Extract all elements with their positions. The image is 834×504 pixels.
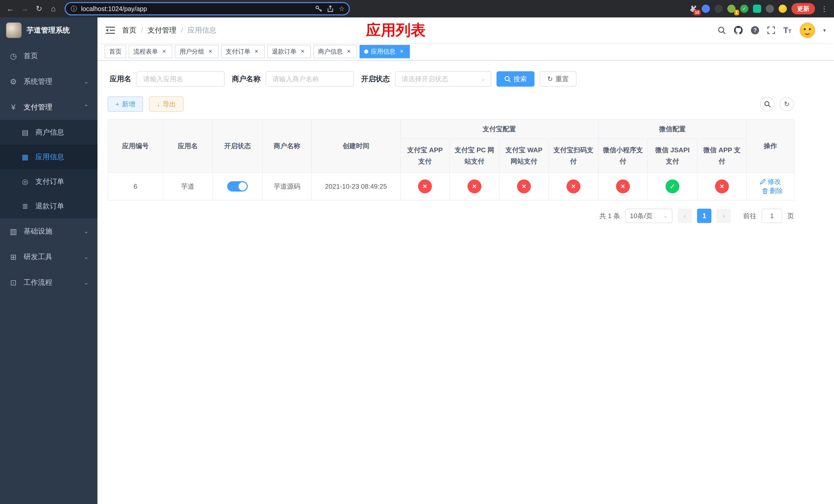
cell-created: 2021-10-23 08:49:25: [312, 173, 400, 200]
close-icon[interactable]: ×: [345, 48, 352, 55]
tab-refund-order[interactable]: 退款订单 ×: [267, 45, 311, 58]
tab-label: 用户分组: [179, 47, 204, 55]
sidebar-item-label: 应用信息: [36, 152, 64, 162]
delete-button[interactable]: 删除: [762, 186, 783, 196]
sidebar-item-home[interactable]: ◷ 首页: [0, 43, 97, 69]
help-icon[interactable]: ?: [751, 26, 759, 35]
reload-icon[interactable]: ↻: [34, 5, 44, 13]
extension-icon[interactable]: [702, 5, 710, 13]
order-icon: ◎: [21, 177, 30, 186]
status-alipay-wap: ×: [517, 180, 531, 193]
extension-icon[interactable]: [766, 5, 774, 13]
share-icon[interactable]: [327, 5, 334, 12]
breadcrumb-section[interactable]: 支付管理: [148, 25, 176, 35]
search-icon: [504, 76, 511, 82]
page-size-select[interactable]: 10条/页 ⌄: [625, 209, 673, 223]
sidebar-item-dev-tools[interactable]: ⊞ 研发工具 ⌄: [0, 244, 97, 270]
github-icon[interactable]: [734, 26, 743, 35]
extension-icon[interactable]: [715, 5, 723, 13]
sidebar-item-payment[interactable]: ¥ 支付管理 ⌃: [0, 94, 97, 120]
close-icon[interactable]: ×: [253, 48, 260, 55]
app-logo[interactable]: 芋道管理系统: [0, 18, 97, 43]
extension-icon[interactable]: ✓: [740, 5, 748, 13]
breadcrumb-separator: /: [141, 26, 143, 35]
extensions-puzzle-icon[interactable]: 10: [689, 5, 697, 13]
sidebar-toggle-icon[interactable]: [106, 26, 115, 35]
status-select[interactable]: 请选择开启状态 ⌄: [395, 71, 491, 87]
back-icon[interactable]: ←: [5, 5, 15, 13]
url-bar[interactable]: ⓘ localhost:1024/pay/app ☆: [65, 2, 350, 15]
extension-icon[interactable]: 1: [727, 5, 736, 13]
sidebar-item-app-info[interactable]: ▦ 应用信息: [0, 144, 97, 169]
sidebar-item-infra[interactable]: ▥ 基础设施 ⌄: [0, 219, 97, 244]
status-alipay-pc: ×: [467, 180, 481, 193]
add-button[interactable]: + 新增: [108, 96, 143, 112]
refresh-button[interactable]: ↻: [780, 97, 794, 111]
edit-icon: [760, 178, 766, 185]
status-alipay-app: ×: [418, 180, 432, 193]
export-button[interactable]: ↓ 导出: [149, 96, 184, 112]
close-icon[interactable]: ×: [398, 48, 405, 55]
enabled-toggle[interactable]: [227, 181, 248, 191]
search-icon[interactable]: [718, 26, 726, 35]
password-key-icon[interactable]: [315, 5, 322, 12]
sidebar-item-system[interactable]: ⚙ 系统管理 ⌄: [0, 69, 97, 94]
breadcrumb-separator: /: [181, 26, 183, 35]
cell-id: 6: [108, 173, 163, 200]
extension-icon[interactable]: [753, 5, 761, 13]
content: 应用名 商户名称 开启状态 请选择开启状态 ⌄ 搜索: [97, 61, 834, 504]
profile-avatar-icon[interactable]: [778, 5, 787, 13]
goto-page-input[interactable]: [762, 209, 782, 223]
refresh-icon: ↻: [784, 100, 790, 108]
chrome-update-button[interactable]: 更新: [791, 3, 815, 14]
user-avatar[interactable]: [799, 23, 815, 38]
prev-page-button[interactable]: ‹: [678, 209, 692, 223]
close-icon[interactable]: ×: [207, 48, 214, 55]
sidebar-item-label: 工作流程: [24, 278, 78, 288]
tab-pay-order[interactable]: 支付订单 ×: [221, 45, 265, 58]
tab-label: 商户信息: [318, 47, 343, 55]
app-name-input[interactable]: [136, 71, 225, 87]
page-1-button[interactable]: 1: [697, 209, 711, 223]
sidebar-item-merchant-info[interactable]: ▤ 商户信息: [0, 120, 97, 144]
col-header-wechat-app: 微信 APP 支付: [697, 139, 747, 173]
edit-button[interactable]: 修改: [760, 177, 781, 186]
merchant-name-input[interactable]: [266, 71, 354, 87]
chevron-down-icon: ⌄: [84, 228, 89, 235]
caret-down-icon[interactable]: ▾: [823, 27, 826, 33]
pagination: 共 1 条 10条/页 ⌄ ‹ 1 › 前往 页: [108, 209, 794, 223]
chevron-down-icon: ⌄: [481, 76, 486, 82]
reset-button[interactable]: ↻ 重置: [540, 71, 576, 87]
app: 芋道管理系统 ◷ 首页 ⚙ 系统管理 ⌄ ¥ 支付管理 ⌃: [0, 18, 834, 504]
toggle-search-button[interactable]: [760, 97, 774, 111]
tab-home[interactable]: 首页: [105, 45, 126, 58]
font-size-icon[interactable]: TT: [783, 26, 791, 35]
sidebar-item-label: 基础设施: [24, 226, 78, 236]
home-icon[interactable]: ⌂: [48, 5, 59, 13]
search-button[interactable]: 搜索: [497, 71, 534, 87]
forward-icon[interactable]: →: [20, 5, 30, 13]
close-icon[interactable]: ×: [299, 48, 306, 55]
close-icon[interactable]: ×: [160, 48, 168, 55]
site-info-icon[interactable]: ⓘ: [71, 5, 77, 13]
app-title: 芋道管理系统: [27, 25, 70, 35]
next-page-button[interactable]: ›: [717, 209, 731, 223]
tab-app-info[interactable]: 应用信息 ×: [359, 45, 410, 58]
sidebar-item-pay-order[interactable]: ◎ 支付订单: [0, 169, 97, 194]
chrome-menu-icon[interactable]: ⋮: [821, 5, 828, 13]
tags-bar: 首页 流程表单 × 用户分组 × 支付订单 × 退款订单 ×: [97, 43, 834, 61]
breadcrumb-home[interactable]: 首页: [122, 25, 136, 35]
col-header-id: 应用编号: [108, 119, 163, 173]
fullscreen-icon[interactable]: [767, 26, 775, 34]
goto-label: 前往: [743, 211, 756, 221]
tab-merchant-info[interactable]: 商户信息 ×: [313, 45, 357, 58]
chevron-down-icon: ⌄: [84, 279, 89, 286]
bookmark-star-icon[interactable]: ☆: [339, 5, 345, 13]
col-header-wechat-mini: 微信小程序支付: [598, 139, 648, 173]
tab-process-form[interactable]: 流程表单 ×: [129, 45, 172, 58]
sidebar-item-refund-order[interactable]: ≣ 退款订单: [0, 194, 97, 219]
tab-user-group[interactable]: 用户分组 ×: [175, 45, 219, 58]
sidebar-item-workflow[interactable]: ⊡ 工作流程 ⌄: [0, 270, 97, 295]
navbar: 首页 / 支付管理 / 应用信息 应用列表: [97, 18, 834, 43]
goto-unit: 页: [787, 211, 794, 221]
